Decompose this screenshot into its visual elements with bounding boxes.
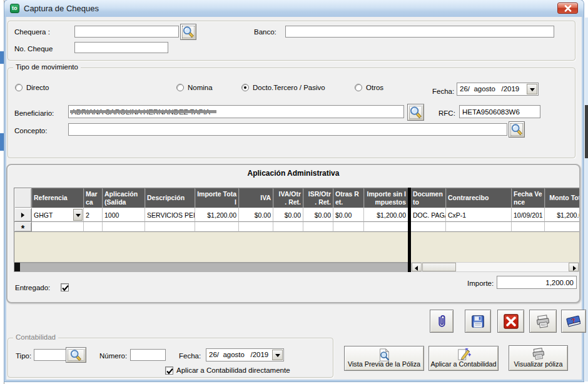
radio-docto-tercero[interactable] — [241, 84, 249, 91]
cell-otras-ret[interactable]: $0.00 — [333, 208, 364, 222]
tipo-input[interactable] — [34, 349, 66, 361]
right-horizontal-scrollbar[interactable] — [411, 262, 579, 272]
empty-cell[interactable] — [145, 222, 195, 232]
cell-dropdown-button[interactable] — [73, 209, 83, 221]
scrollbar-thumb[interactable] — [14, 263, 20, 271]
cell-importe-total[interactable]: $1,200.00 — [195, 208, 239, 222]
cell-isr-ret[interactable]: $0.00 — [303, 208, 333, 222]
contab-fecha-dropdown-button[interactable] — [272, 350, 283, 360]
cell-iva[interactable]: $0.00 — [239, 208, 273, 222]
scroll-left-button[interactable] — [412, 263, 422, 271]
column-header[interactable]: Importe sin Impuestos — [364, 188, 408, 208]
concepto-search-button[interactable] — [509, 121, 525, 138]
column-header[interactable]: Marca — [84, 188, 103, 208]
search-icon — [409, 106, 422, 119]
cell-fecha-vence[interactable]: 10/09/201 — [512, 208, 545, 222]
help-button[interactable]: ? — [561, 310, 586, 333]
cancel-button[interactable] — [497, 310, 524, 333]
print-button[interactable] — [529, 310, 557, 333]
visualizar-poliza-button[interactable]: Visualizar póliza — [509, 345, 568, 371]
column-header[interactable]: ISR/Otr . Ret. — [303, 188, 333, 208]
empty-cell[interactable] — [364, 222, 408, 232]
column-header[interactable]: Descripción — [145, 188, 195, 208]
scrollbar-thumb[interactable] — [422, 263, 456, 271]
radio-directo-label[interactable]: Directo — [26, 84, 49, 91]
aplicar-contabilidad-button[interactable]: Aplicar a Contabilidad — [428, 346, 499, 371]
cell-monto-total[interactable]: $1,200.00 — [545, 208, 579, 222]
chequera-input[interactable] — [74, 26, 179, 38]
rfc-input[interactable] — [459, 105, 540, 118]
empty-cell[interactable] — [446, 222, 512, 232]
beneficiario-search-button[interactable] — [407, 104, 424, 121]
empty-cell[interactable] — [333, 222, 364, 232]
title-bar[interactable]: to Captura de Cheques — [4, 0, 584, 17]
entregado-label: Entregado: — [15, 284, 50, 291]
column-header[interactable]: Otras Ret. — [333, 188, 364, 208]
radio-docto-tercero-label[interactable]: Docto.Tercero / Pasivo — [253, 84, 325, 91]
column-header[interactable]: Importe Total — [195, 188, 239, 208]
empty-cell[interactable] — [512, 222, 545, 232]
empty-cell[interactable] — [84, 222, 103, 232]
entregado-checkbox[interactable] — [61, 283, 69, 291]
concepto-input[interactable] — [68, 123, 507, 136]
fecha-combobox[interactable]: 26/ agosto /2019 — [457, 83, 539, 96]
row-arrow-icon — [21, 212, 25, 218]
scroll-right-button[interactable] — [569, 263, 579, 271]
aplicar-checkbox-label[interactable]: Aplicar a Contabilidad directamente — [176, 366, 290, 374]
column-header[interactable]: IVA — [239, 188, 273, 208]
cancel-icon — [502, 313, 520, 330]
contab-fecha-combobox[interactable]: 26/ agosto /2019 — [206, 348, 284, 361]
importe-input[interactable] — [497, 276, 577, 289]
column-header[interactable]: Contrarecibo — [446, 188, 512, 208]
numero-input[interactable] — [130, 349, 166, 361]
cell-marca[interactable]: 2 — [84, 208, 103, 222]
close-button[interactable] — [557, 3, 578, 14]
empty-cell[interactable] — [273, 222, 303, 232]
cell-aplicacion[interactable]: 1000 — [103, 208, 145, 222]
cell-descripcion[interactable]: SERVICIOS PEI — [145, 208, 195, 222]
cell-contrarecibo[interactable]: CxP-1 — [446, 208, 512, 222]
new-row[interactable] — [411, 222, 579, 232]
column-header[interactable]: Referencia — [32, 188, 84, 208]
chequera-search-button[interactable] — [180, 24, 196, 40]
save-button[interactable] — [465, 310, 491, 333]
table-row[interactable]: GHGT 2 1000 SERVICIOS PEI $1,200.00 $0.0… — [14, 208, 408, 222]
chevron-right-icon — [573, 266, 576, 271]
row-selector-cell[interactable] — [14, 208, 32, 222]
cell-documento[interactable]: DOC. PAGA — [411, 208, 446, 222]
banco-input[interactable] — [285, 26, 554, 38]
radio-nomina[interactable] — [176, 84, 184, 91]
no-cheque-input[interactable] — [74, 42, 168, 53]
radio-directo[interactable] — [15, 84, 23, 91]
attach-button[interactable] — [430, 310, 454, 333]
column-header[interactable]: Aplicación (Salida — [103, 188, 145, 208]
empty-cell[interactable] — [545, 222, 579, 232]
aplicar-contabilidad-checkbox[interactable] — [165, 366, 173, 375]
app-icon: to — [10, 4, 19, 13]
radio-nomina-label[interactable]: Nomina — [188, 84, 213, 91]
left-horizontal-scrollbar[interactable] — [14, 262, 408, 272]
vista-previa-button[interactable]: Vista Previa de la Póliza — [344, 346, 424, 371]
empty-cell[interactable] — [411, 222, 446, 232]
column-header[interactable]: Monto Total — [545, 188, 579, 208]
empty-cell[interactable] — [103, 222, 145, 232]
cell-importe-sin-impuestos[interactable]: $1,200.00 — [364, 208, 408, 222]
empty-cell[interactable] — [32, 222, 84, 232]
cell-referencia[interactable]: GHGT — [32, 208, 84, 222]
column-header[interactable]: IVA/Otr . Ret. — [273, 188, 303, 208]
cell-iva-ret[interactable]: $0.00 — [273, 208, 303, 222]
empty-cell[interactable] — [239, 222, 273, 232]
empty-cell[interactable] — [195, 222, 239, 232]
movement-group: Tipo de movimiento Directo Nomina Docto.… — [8, 68, 575, 158]
column-header[interactable]: Documento — [411, 188, 446, 208]
empty-cell[interactable] — [303, 222, 333, 232]
column-header[interactable]: Fecha Vence — [512, 188, 545, 208]
table-row[interactable]: DOC. PAGA CxP-1 10/09/201 $1,200.00 — [411, 208, 579, 222]
new-row[interactable]: * — [14, 222, 408, 232]
cheque-group: Chequera : Banco: No. Cheque — [8, 21, 575, 61]
radio-otros-label[interactable]: Otros — [366, 84, 383, 91]
contabilidad-group-label: Contabilidad — [13, 333, 58, 341]
radio-otros[interactable] — [355, 84, 362, 91]
fecha-dropdown-button[interactable] — [527, 84, 537, 94]
tipo-search-button[interactable] — [66, 347, 86, 363]
